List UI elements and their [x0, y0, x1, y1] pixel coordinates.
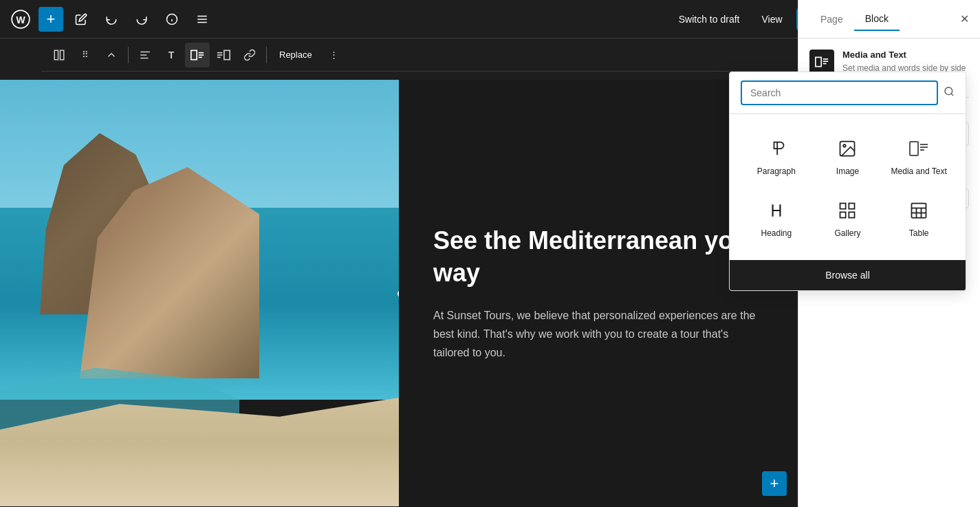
block-more-button[interactable]: ⋮ [322, 43, 347, 67]
svg-line-27 [951, 94, 953, 96]
editor-canvas: See the Mediterranean your way At Sunset… [0, 72, 798, 507]
gallery-label: Gallery [834, 228, 860, 238]
page-tab[interactable]: Page [809, 8, 854, 31]
sidebar-tabs: Page Block ✕ [798, 0, 980, 39]
list-view-button[interactable] [190, 7, 215, 32]
svg-point-29 [844, 144, 847, 147]
svg-rect-14 [191, 50, 197, 59]
toolbar-divider-2 [266, 47, 267, 63]
undo-button[interactable] [99, 7, 124, 32]
paragraph-icon [764, 136, 789, 161]
view-button[interactable]: View [753, 10, 790, 29]
block-item-heading[interactable]: Heading [741, 187, 812, 249]
add-block-floating-button[interactable]: + [762, 471, 787, 496]
block-type-button[interactable] [47, 43, 72, 67]
svg-rect-10 [61, 50, 64, 60]
svg-rect-22 [816, 57, 821, 66]
align-left-button[interactable] [133, 43, 157, 67]
svg-rect-18 [224, 50, 230, 59]
toolbar-divider [128, 47, 129, 63]
media-text-icon [906, 136, 931, 161]
table-label: Table [909, 228, 929, 238]
image-icon [835, 136, 860, 161]
block-picker-popup: Paragraph Image Media and Text Heading [729, 72, 966, 291]
block-item-gallery[interactable]: Gallery [812, 187, 884, 249]
media-side [0, 80, 399, 507]
content-heading: See the Mediterranean your way [433, 225, 763, 290]
search-submit-button[interactable] [944, 86, 955, 100]
block-item-paragraph[interactable]: Paragraph [741, 125, 812, 187]
move-up-down-button[interactable] [99, 43, 124, 67]
beach-image [0, 80, 399, 506]
svg-rect-30 [910, 142, 918, 155]
media-text-block[interactable]: See the Mediterranean your way At Sunset… [0, 80, 798, 507]
block-title: Media and Text [842, 50, 969, 60]
table-icon [906, 198, 931, 223]
gallery-icon [835, 198, 860, 223]
svg-rect-36 [840, 212, 846, 217]
block-tab[interactable]: Block [854, 8, 900, 31]
drag-handle-button[interactable]: ⠿ [73, 43, 98, 67]
add-block-button[interactable]: + [39, 7, 63, 32]
wordpress-logo[interactable]: W [8, 7, 33, 32]
block-grid: Paragraph Image Media and Text Heading [730, 114, 966, 260]
redo-button[interactable] [129, 7, 154, 32]
paragraph-label: Paragraph [757, 166, 796, 176]
media-text-label: Media and Text [891, 166, 947, 176]
top-bar-left: W + [8, 7, 215, 32]
svg-rect-38 [912, 204, 926, 218]
text-style-button[interactable]: T [159, 43, 184, 67]
switch-to-draft-button[interactable]: Switch to draft [671, 10, 748, 29]
sidebar-tabs-left: Page Block [809, 8, 900, 31]
svg-rect-35 [849, 204, 855, 209]
block-icon-media-text [809, 50, 834, 74]
svg-text:W: W [16, 14, 25, 25]
svg-rect-34 [840, 204, 846, 209]
media-right-button[interactable] [211, 43, 236, 67]
block-item-table[interactable]: Table [883, 187, 955, 249]
svg-point-26 [945, 87, 952, 95]
replace-button[interactable]: Replace [271, 45, 320, 64]
image-label: Image [836, 166, 859, 176]
block-search-input[interactable] [741, 80, 938, 105]
block-item-media-text[interactable]: Media and Text [883, 125, 955, 187]
heading-icon [764, 198, 789, 223]
block-item-image[interactable]: Image [812, 125, 884, 187]
content-paragraph: At Sunset Tours, we believe that persona… [433, 306, 763, 363]
main-content: See the Mediterranean your way At Sunset… [0, 72, 798, 507]
sidebar-close-button[interactable]: ✕ [960, 12, 969, 25]
link-button[interactable] [237, 43, 262, 67]
svg-rect-37 [849, 212, 855, 217]
block-picker-search [730, 72, 966, 114]
edit-tool-button[interactable] [69, 7, 94, 32]
svg-rect-9 [54, 50, 58, 60]
info-button[interactable] [160, 7, 184, 32]
heading-label: Heading [761, 228, 792, 238]
browse-all-button[interactable]: Browse all [730, 260, 966, 290]
media-left-button[interactable] [185, 43, 210, 67]
